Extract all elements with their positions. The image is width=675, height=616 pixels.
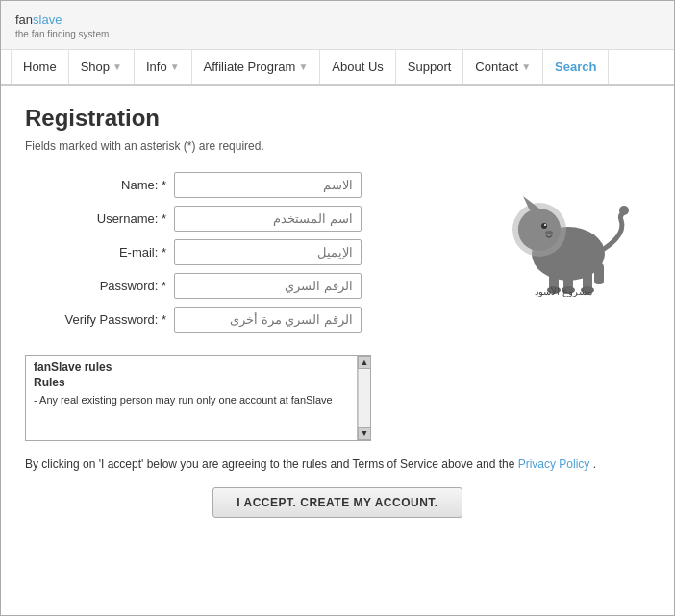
rules-item: - Any real existing person may run only … xyxy=(26,391,370,408)
chevron-down-icon: ▼ xyxy=(170,62,180,72)
logo-fan: fan xyxy=(15,12,33,27)
nav: Home Shop ▼ Info ▼ Affiliate Program ▼ A… xyxy=(1,50,674,86)
username-label: Username: * xyxy=(25,211,174,226)
submit-row: I ACCEPT. CREATE MY ACCOUNT. xyxy=(25,487,650,518)
form-section: Name: * Username: * E-mail: * Password: … xyxy=(25,172,477,340)
header: fanslave the fan finding system xyxy=(1,1,674,50)
nav-item-info[interactable]: Info ▼ xyxy=(135,50,192,84)
content: Registration Fields marked with an aster… xyxy=(1,86,674,537)
page-title: Registration xyxy=(25,105,650,132)
form-area: Name: * Username: * E-mail: * Password: … xyxy=(25,172,650,340)
username-row: Username: * xyxy=(25,206,477,232)
password-input[interactable] xyxy=(174,273,362,299)
nav-item-about[interactable]: About Us xyxy=(320,50,395,84)
rules-box: fanSlave rules Rules - Any real existing… xyxy=(25,355,371,441)
lion-logo: مشروع الأسود xyxy=(487,182,640,297)
name-row: Name: * xyxy=(25,172,477,198)
name-input[interactable] xyxy=(174,172,362,198)
svg-point-5 xyxy=(544,224,546,226)
nav-item-contact[interactable]: Contact ▼ xyxy=(463,50,543,84)
required-note: Fields marked with an asterisk (*) are r… xyxy=(25,139,650,153)
svg-point-3 xyxy=(518,209,561,251)
nav-item-home[interactable]: Home xyxy=(11,50,69,84)
logo-slave: slave xyxy=(33,12,62,27)
chevron-down-icon: ▼ xyxy=(298,62,308,72)
nav-item-support[interactable]: Support xyxy=(396,50,464,84)
password-label: Password: * xyxy=(25,279,174,293)
email-row: E-mail: * xyxy=(25,239,477,265)
scrollbar[interactable]: ▲ ▼ xyxy=(357,356,370,440)
password-row: Password: * xyxy=(25,273,477,299)
rules-title: fanSlave rules xyxy=(26,356,370,376)
terms-text: By clicking on 'I accept' below you are … xyxy=(25,456,650,473)
verify-password-input[interactable] xyxy=(174,307,362,333)
terms-before: By clicking on 'I accept' below you are … xyxy=(25,457,514,471)
svg-rect-10 xyxy=(594,263,604,284)
svg-text:مشروع الأسود: مشروع الأسود xyxy=(535,286,592,297)
nav-item-shop[interactable]: Shop ▼ xyxy=(69,50,135,84)
page-wrapper: fanslave the fan finding system Home Sho… xyxy=(0,0,675,616)
logo-text: fanslave xyxy=(15,12,109,27)
email-label: E-mail: * xyxy=(25,245,174,259)
verify-password-label: Verify Password: * xyxy=(25,312,174,327)
nav-item-search[interactable]: Search xyxy=(543,50,609,84)
submit-button[interactable]: I ACCEPT. CREATE MY ACCOUNT. xyxy=(212,487,462,518)
scroll-track xyxy=(358,369,370,427)
scroll-down-button[interactable]: ▼ xyxy=(358,427,371,440)
svg-point-6 xyxy=(545,231,553,234)
chevron-down-icon: ▼ xyxy=(112,62,122,72)
nav-item-affiliate[interactable]: Affiliate Program ▼ xyxy=(192,50,321,84)
username-input[interactable] xyxy=(174,206,362,232)
name-label: Name: * xyxy=(25,178,174,192)
privacy-policy-link[interactable]: Privacy Policy xyxy=(518,457,590,471)
terms-after: . xyxy=(593,457,596,471)
email-input[interactable] xyxy=(174,239,362,265)
svg-point-11 xyxy=(619,206,629,215)
verify-password-row: Verify Password: * xyxy=(25,307,477,333)
image-section: مشروع الأسود xyxy=(477,172,650,297)
scroll-up-button[interactable]: ▲ xyxy=(358,356,371,369)
logo: fanslave the fan finding system xyxy=(15,12,109,39)
rules-subtitle: Rules xyxy=(26,376,370,391)
logo-tagline: the fan finding system xyxy=(15,29,109,39)
chevron-down-icon: ▼ xyxy=(521,62,531,72)
svg-point-4 xyxy=(541,223,547,229)
